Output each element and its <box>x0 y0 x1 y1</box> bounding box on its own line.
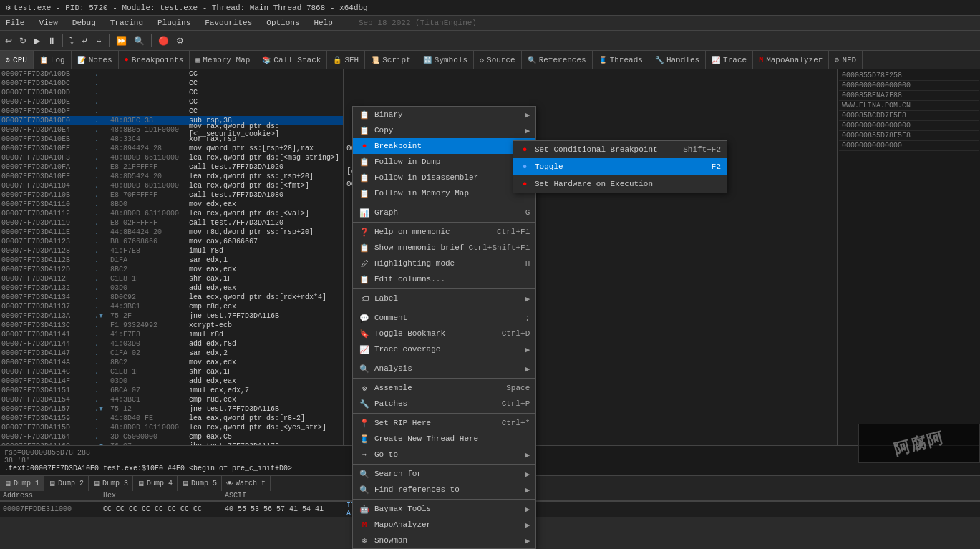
tab-log[interactable]: 📋 Log <box>34 51 72 69</box>
menu-view[interactable]: View <box>36 17 60 29</box>
cm-follow-disasm[interactable]: 📋 Follow in Disassembler <box>353 170 535 185</box>
disasm-row[interactable]: 00007FF7D3DA113C.F1 93324992xcrypt-ecb <box>0 321 343 330</box>
disasm-row[interactable]: 00007FF7D3DA10E4.48:8B05 1D1F0000mov rax… <box>0 125 343 135</box>
tab-cpu[interactable]: ⚙ CPU <box>0 51 34 69</box>
cm-edit-cols[interactable]: 📋 Edit columns... <box>353 271 535 287</box>
tab-symbols[interactable]: 🔣 Symbols <box>417 51 474 69</box>
cm-follow-dump[interactable]: 📋 Follow in Dump ▶ <box>353 154 535 170</box>
disasm-row[interactable]: 00007FF7D3DA1159.41:8D40 FElea eax,qword… <box>0 414 343 423</box>
tab-references[interactable]: 🔍 References <box>522 51 593 69</box>
cm-goto[interactable]: ➡ Go to ▶ <box>353 447 535 462</box>
disasm-row[interactable]: 00007FF7D3DA1112.48:8D0D 63110000lea rcx… <box>0 209 343 218</box>
menu-options[interactable]: Options <box>263 17 302 29</box>
disasm-row[interactable]: 00007FF7D3DA1151.6BCA 07imul ecx,edx,7 <box>0 386 343 395</box>
cm-patches[interactable]: 🔧 Patches Ctrl+P <box>353 396 535 412</box>
disasm-row[interactable]: 00007FF7D3DA112B.D1FAsar edx,1 <box>0 256 343 265</box>
tab-script[interactable]: 📜 Script <box>365 51 417 69</box>
cm-follow-memory[interactable]: 📋 Follow in Memory Map <box>353 185 535 201</box>
tab-source[interactable]: ◇ Source <box>474 51 522 69</box>
dump-tab-2[interactable]: 🖥 Dump 2 <box>44 476 89 491</box>
menu-tracing[interactable]: Tracing <box>107 17 146 29</box>
disasm-row[interactable]: 00007FF7D3DA1104.48:8D0D 6D110000lea rcx… <box>0 181 343 190</box>
cm-assemble[interactable]: ⚙ Assemble Space <box>353 380 535 396</box>
disasm-row[interactable]: 00007FF7D3DA1164.3D C5000000cmp eax,C5 <box>0 432 343 442</box>
tab-threads[interactable]: 🧵 Threads <box>593 51 649 69</box>
disasm-row[interactable]: 00007FF7D3DA112D.8BC2mov eax,edx <box>0 265 343 274</box>
toolbar-trace[interactable]: 🔍 <box>132 35 147 47</box>
tab-seh[interactable]: 🔒 SEH <box>327 51 365 69</box>
disasm-row[interactable]: 00007FF7D3DA1154.44:3BC1cmp r8d,ecx <box>0 395 343 404</box>
tab-breakpoints[interactable]: ● Breakpoints <box>119 51 190 69</box>
disasm-row[interactable]: 00007FF7D3DA1169.▼76 07jbe test.7FF7D3DA… <box>0 442 343 445</box>
disasm-row[interactable]: 00007FF7D3DA1134.8D0C92lea ecx,qword ptr… <box>0 293 343 302</box>
tab-notes[interactable]: 📝 Notes <box>72 51 119 69</box>
disasm-row[interactable]: 00007FF7D3DA1119.E8 02FFFFFFcall test.7F… <box>0 218 343 228</box>
disasm-row[interactable]: 00007FF7D3DA113A.▼75 2Fjne test.7FF7D3DA… <box>0 311 343 321</box>
cm-find-refs[interactable]: 🔍 Find references to ▶ <box>353 482 535 497</box>
menu-plugins[interactable]: Plugins <box>155 17 193 29</box>
disasm-row[interactable]: 00007FF7D3DA10FA.E8 21FFFFFFcall test.7F… <box>0 162 343 172</box>
toolbar-bp[interactable]: 🔴 <box>156 35 171 47</box>
toolbar-pause[interactable]: ⏸ <box>45 35 58 47</box>
cm-snowman[interactable]: ❄ Snowman ▶ <box>353 533 535 548</box>
disasm-row[interactable]: 00007FF7D3DA1147.C1FA 02sar edx,2 <box>0 349 343 358</box>
sm-hardware-bp[interactable]: ● Set Hardware on Execution <box>513 175 727 193</box>
menu-file[interactable]: File <box>3 17 27 29</box>
disasm-row[interactable]: 00007FF7D3DA10DE.CC <box>0 97 343 107</box>
cm-mapo[interactable]: M MapoAnalyzer ▶ <box>353 517 535 533</box>
cm-baymax[interactable]: 🤖 Baymax ToOls ▶ <box>353 501 535 517</box>
disasm-row[interactable]: 00007FF7D3DA110B.E8 70FFFFFFcall test.7F… <box>0 190 343 200</box>
toolbar-step-out[interactable]: ⤷ <box>93 35 105 47</box>
disasm-row[interactable]: 00007FF7D3DA10F3.48:8D0D 66110000lea rcx… <box>0 153 343 162</box>
disasm-row[interactable]: 00007FF7D3DA1110.8BD0mov edx,eax <box>0 200 343 209</box>
disasm-row[interactable]: 00007FF7D3DA1141.41:F7E8imul r8d <box>0 330 343 339</box>
sm-conditional-bp[interactable]: ● Set Conditional Breakpoint Shift+F2 <box>513 141 727 158</box>
dump-tab-1[interactable]: 🖥 Dump 1 <box>0 476 44 491</box>
dump-tab-5[interactable]: 🖥 Dump 5 <box>178 476 222 491</box>
disasm-row[interactable]: 00007FF7D3DA114A.8BC2mov eax,edx <box>0 358 343 367</box>
toolbar-step-in[interactable]: ⤶ <box>79 35 90 47</box>
sm-toggle-bp[interactable]: ● Toggle F2 <box>513 158 727 175</box>
disasm-row[interactable]: 00007FF7D3DA1128.41:F7E8imul r8d <box>0 246 343 256</box>
disasm-row[interactable]: 00007FF7D3DA10DC.CC <box>0 79 343 88</box>
disasm-row[interactable]: 00007FF7D3DA1157.▼75 12jne test.7FF7D3DA… <box>0 404 343 414</box>
disasm-row[interactable]: 00007FF7D3DA10EB.48:33C4xor rax,rsp <box>0 135 343 144</box>
cm-search-for[interactable]: 🔍 Search for ▶ <box>353 466 535 482</box>
dump-tab-watch[interactable]: 👁 Watch t <box>222 476 271 491</box>
cm-highlight[interactable]: 🖊 Highlighting mode H <box>353 256 535 271</box>
toolbar-run-to[interactable]: ⏩ <box>114 35 129 47</box>
disasm-row[interactable]: 00007FF7D3DA114F.03D0add edx,eax <box>0 376 343 386</box>
tab-mapo[interactable]: M MapoAnalyzer <box>753 51 829 69</box>
toolbar-step-over[interactable]: ⤵ <box>67 35 76 47</box>
toolbar-run[interactable]: ▶ <box>31 35 42 47</box>
menu-debug[interactable]: Debug <box>69 17 99 29</box>
disasm-row[interactable]: 00007FF7D3DA114C.C1E8 1Fshr eax,1F <box>0 367 343 376</box>
cm-breakpoint[interactable]: ● Breakpoint ▶ <box>353 138 535 154</box>
cm-set-rip[interactable]: 📍 Set RIP Here Ctrl+* <box>353 415 535 431</box>
tab-handles[interactable]: 🔧 Handles <box>649 51 706 69</box>
toolbar-settings[interactable]: ⚙ <box>174 35 186 47</box>
cm-trace-coverage[interactable]: 📈 Trace coverage ▶ <box>353 341 535 357</box>
disasm-row[interactable]: 00007FF7D3DA1123.B8 67668666mov eax,6686… <box>0 237 343 246</box>
cm-binary[interactable]: 📋 Binary ▶ <box>353 107 535 122</box>
disasm-row[interactable]: 00007FF7D3DA10DF.CC <box>0 107 343 116</box>
disasm-row[interactable]: 00007FF7D3DA1132.03D0add edx,eax <box>0 283 343 293</box>
cm-show-brief[interactable]: 📋 Show mnemonic brief Ctrl+Shift+F1 <box>353 240 535 256</box>
disasm-row[interactable]: 00007FF7D3DA115D.48:8D0D 1C110000lea rcx… <box>0 423 343 432</box>
disasm-row[interactable]: 00007FF7D3DA111E.44:8B4424 20mov r8d,dwo… <box>0 228 343 237</box>
menu-help[interactable]: Help <box>311 17 336 29</box>
tab-nfd[interactable]: ⚙ NFD <box>829 51 863 69</box>
cm-graph[interactable]: 📊 Graph G <box>353 205 535 220</box>
dump-tab-3[interactable]: 🖥 Dump 3 <box>89 476 133 491</box>
cm-toggle-bookmark[interactable]: 🔖 Toggle Bookmark Ctrl+D <box>353 326 535 341</box>
cm-label[interactable]: 🏷 Label ▶ <box>353 291 535 306</box>
disasm-row[interactable]: 00007FF7D3DA10DD.CC <box>0 88 343 97</box>
toolbar-restart[interactable]: ↻ <box>17 35 29 47</box>
disasm-row[interactable]: 00007FF7D3DA10EE.48:894424 28mov qword p… <box>0 144 343 153</box>
menu-favourites[interactable]: Favourites <box>202 17 255 29</box>
tab-call-stack[interactable]: 📚 Call Stack <box>256 51 327 69</box>
disasm-row[interactable]: 00007FF7D3DA1144.41:03D0add edx,r8d <box>0 339 343 349</box>
tab-memory-map[interactable]: ▦ Memory Map <box>190 51 256 69</box>
disasm-row[interactable]: 00007FF7D3DA10FF.48:8D5424 20lea rdx,qwo… <box>0 172 343 181</box>
cm-comment[interactable]: 💬 Comment ; <box>353 310 535 326</box>
